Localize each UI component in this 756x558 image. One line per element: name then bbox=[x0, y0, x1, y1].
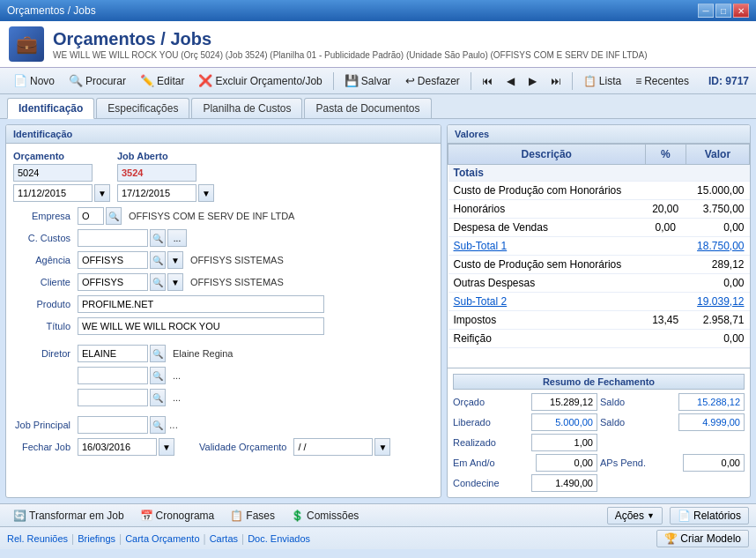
job-principal-search-btn[interactable]: 🔍 bbox=[150, 416, 166, 434]
titulo-input[interactable] bbox=[78, 317, 324, 335]
fases-button[interactable]: 📋 Fases bbox=[224, 507, 281, 525]
ccustos-search-btn[interactable]: 🔍 bbox=[150, 229, 166, 247]
agencia-code[interactable] bbox=[78, 251, 148, 269]
salvar-button[interactable]: 💾 Salvar bbox=[338, 71, 397, 90]
apspend-value[interactable] bbox=[683, 454, 745, 472]
nav-last-button[interactable]: ⏭ bbox=[545, 72, 567, 90]
valor-cell: 289,12 bbox=[686, 256, 749, 274]
right-panel: Valores Descrição % Valor Totais Custo d… bbox=[447, 124, 751, 498]
orcamento-date-input[interactable] bbox=[13, 184, 93, 202]
doc-enviados-link[interactable]: Doc. Enviados bbox=[248, 533, 310, 544]
descricao-cell: Outras Despesas bbox=[448, 274, 646, 293]
fechar-job-date-picker[interactable]: ▼ bbox=[159, 438, 174, 456]
valores-scroll[interactable]: Descrição % Valor Totais Custo de Produç… bbox=[448, 144, 750, 368]
novo-button[interactable]: 📄 Novo bbox=[7, 71, 61, 90]
minimize-button[interactable]: ─ bbox=[698, 4, 714, 18]
criar-modelo-button[interactable]: 🏆 Criar Modelo bbox=[656, 530, 749, 547]
maximize-button[interactable]: □ bbox=[715, 4, 731, 18]
agencia-search-btn[interactable]: 🔍 bbox=[150, 251, 166, 269]
acoes-arrow: ▼ bbox=[647, 511, 655, 520]
nav-prev-button[interactable]: ◀ bbox=[500, 72, 521, 90]
job-input[interactable] bbox=[117, 164, 196, 182]
desfazer-button[interactable]: ↩ Desfazer bbox=[399, 71, 466, 90]
liberado-value[interactable] bbox=[531, 413, 597, 431]
relatorios-button[interactable]: 📄 Relatórios bbox=[670, 507, 749, 525]
editar-button[interactable]: ✏️ Editar bbox=[134, 71, 190, 90]
criar-modelo-icon: 🏆 bbox=[664, 532, 678, 545]
excluir-icon: ❌ bbox=[198, 74, 212, 87]
diretor3-code[interactable] bbox=[78, 389, 148, 406]
diretor3-search-btn[interactable]: 🔍 bbox=[150, 389, 166, 406]
cartas-link[interactable]: Cartas bbox=[210, 533, 238, 544]
bottom-toolbar-2: Rel. Reuniões | Briefings | Carta Orçame… bbox=[0, 526, 756, 549]
diretor3-row: 🔍 ... bbox=[13, 389, 434, 406]
nav-first-button[interactable]: ⏮ bbox=[476, 72, 499, 90]
validade-date[interactable] bbox=[293, 438, 373, 456]
lista-button[interactable]: 📋 Lista bbox=[577, 72, 627, 90]
cliente-search-btn[interactable]: 🔍 bbox=[150, 273, 166, 291]
id-badge: ID: 9717 bbox=[708, 75, 749, 87]
job-date-input[interactable] bbox=[117, 184, 196, 202]
orcado-value[interactable] bbox=[531, 393, 597, 411]
acoes-button[interactable]: Ações ▼ bbox=[607, 507, 663, 525]
orcamento-date-group: ▼ bbox=[13, 184, 110, 202]
table-row: Custo de Produção sem Honorários289,12 bbox=[448, 256, 750, 274]
close-button[interactable]: ✕ bbox=[733, 4, 749, 18]
excluir-button[interactable]: ❌ Excluir Orçamento/Job bbox=[192, 71, 328, 90]
produto-input[interactable] bbox=[78, 295, 324, 313]
resumo-grid: Orçado Saldo Liberado Saldo Realizado bbox=[453, 393, 745, 492]
orcamento-input[interactable] bbox=[13, 164, 93, 182]
app-header: 💼 Orçamentos / Jobs WE WILL WE WILL ROCK… bbox=[0, 21, 756, 68]
cronograma-button[interactable]: 📅 Cronograma bbox=[134, 507, 221, 525]
cliente-code[interactable] bbox=[78, 273, 148, 291]
diretor2-code[interactable] bbox=[78, 367, 148, 384]
ccustos-group: 🔍 ... bbox=[78, 229, 187, 247]
condecine-label: Condecine bbox=[453, 478, 500, 488]
percent-cell bbox=[645, 293, 686, 311]
briefings-link[interactable]: Briefings bbox=[78, 533, 115, 544]
job-principal-code[interactable] bbox=[78, 416, 148, 434]
comissoes-button[interactable]: 💲 Comissões bbox=[285, 507, 365, 525]
transformar-button[interactable]: 🔄 Transformar em Job bbox=[7, 507, 130, 525]
agencia-label: Agência bbox=[13, 255, 70, 265]
tab-identificacao[interactable]: Identificação bbox=[7, 98, 94, 119]
realizado-item: Realizado bbox=[453, 434, 597, 451]
emando-value[interactable] bbox=[536, 454, 597, 472]
saldo2-value[interactable] bbox=[678, 413, 745, 431]
fases-icon: 📋 bbox=[230, 510, 243, 522]
diretor-code[interactable] bbox=[78, 345, 148, 362]
agencia-dropdown-btn[interactable]: ▼ bbox=[167, 251, 183, 269]
carta-link[interactable]: Carta Orçamento bbox=[125, 533, 199, 544]
cliente-dropdown-btn[interactable]: ▼ bbox=[167, 273, 183, 291]
validade-date-picker[interactable]: ▼ bbox=[374, 438, 390, 456]
diretor2-search-btn[interactable]: 🔍 bbox=[150, 367, 166, 384]
empresa-code[interactable] bbox=[78, 207, 104, 225]
orcamento-date-picker[interactable]: ▼ bbox=[94, 184, 110, 202]
tab-planilha[interactable]: Planilha de Custos bbox=[191, 98, 302, 118]
condecine-item: Condecine bbox=[453, 474, 597, 492]
saldo1-label: Saldo bbox=[600, 397, 625, 407]
nav-next-button[interactable]: ▶ bbox=[523, 72, 543, 90]
diretor3-code-group: 🔍 bbox=[78, 389, 166, 406]
identificacao-body: Orçamento ▼ Job Aberto ▼ bbox=[6, 144, 441, 467]
realizado-value[interactable] bbox=[531, 434, 597, 451]
ccustos-code[interactable] bbox=[78, 229, 148, 247]
agencia-code-group: 🔍 ▼ bbox=[78, 251, 183, 269]
tab-especificacoes[interactable]: Especificações bbox=[96, 98, 189, 118]
fechar-job-date[interactable] bbox=[78, 438, 157, 456]
saldo1-value[interactable] bbox=[678, 393, 745, 411]
rel-reunioes-link[interactable]: Rel. Reuniões bbox=[7, 533, 68, 544]
app-subtitle: WE WILL WE WILL ROCK YOU (Orç 5024) (Job… bbox=[53, 50, 648, 60]
empresa-name: OFFISYS COM E SERV DE INF LTDA bbox=[129, 211, 294, 221]
condecine-value[interactable] bbox=[531, 474, 597, 492]
procurar-button[interactable]: 🔍 Procurar bbox=[63, 71, 132, 90]
empresa-search-btn[interactable]: 🔍 bbox=[106, 207, 122, 225]
valor-cell: 15.000,00 bbox=[686, 182, 749, 200]
ccustos-extra-btn[interactable]: ... bbox=[167, 229, 187, 247]
table-row: Despesa de Vendas0,000,00 bbox=[448, 219, 750, 237]
diretor-search-btn[interactable]: 🔍 bbox=[150, 345, 166, 362]
job-date-picker[interactable]: ▼ bbox=[198, 184, 214, 202]
recentes-button[interactable]: ≡ Recentes bbox=[629, 72, 695, 90]
tab-pasta[interactable]: Pasta de Documentos bbox=[304, 98, 431, 118]
app-title: Orçamentos / Jobs bbox=[53, 29, 648, 49]
